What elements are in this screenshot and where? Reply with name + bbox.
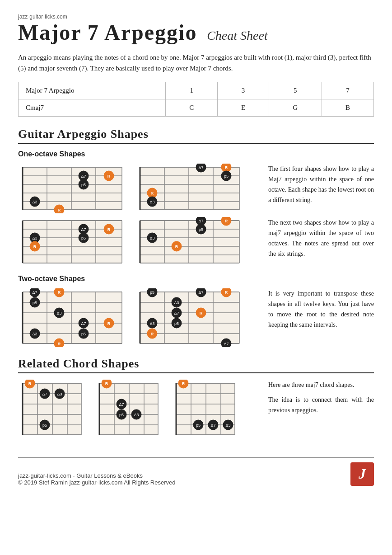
svg-text:R: R [33,245,37,249]
svg-text:R: R [58,208,61,212]
footer-text: jazz-guitar-licks.com - Guitar Lessons &… [18,472,175,486]
svg-text:R: R [225,290,228,295]
svg-text:Δ3: Δ3 [174,301,179,305]
shape-3: Δ3 Δ7 R p5 R [18,217,126,267]
table-header-0: Major 7 Arpeggio [19,82,166,99]
footer: jazz-guitar-licks.com - Guitar Lessons &… [18,457,374,486]
svg-text:p5: p5 [174,321,179,326]
shape-6: p5 Δ7 R Δ3 Δ7 R [135,288,244,347]
table-cell-2: E [218,99,269,116]
svg-text:Δ7: Δ7 [210,423,215,428]
svg-text:Δ7: Δ7 [42,392,47,396]
one-octave-text: The first four shapes show how to play a… [261,164,374,264]
svg-rect-150 [23,383,81,435]
shape-5: Δ7 R p5 Δ3 Δ7 R [18,288,126,347]
svg-text:Δ3: Δ3 [134,413,139,417]
shape-1: Δ3 Δ7 R p5 R [18,164,126,213]
guitar-shapes-title: Guitar Arpeggio Shapes [18,127,374,144]
svg-text:Δ3: Δ3 [149,200,154,204]
svg-text:Δ3: Δ3 [57,392,62,396]
shape-4: Δ7 R p5 Δ3 R [135,217,244,267]
svg-text:Δ7: Δ7 [224,342,229,346]
svg-text:R: R [28,381,32,386]
svg-text:p5: p5 [224,174,229,179]
svg-text:Δ7: Δ7 [198,219,203,223]
svg-text:p5: p5 [42,423,47,428]
svg-text:p5: p5 [81,332,86,336]
svg-text:p5: p5 [196,423,201,428]
svg-text:Δ3: Δ3 [225,423,230,428]
svg-text:Δ7: Δ7 [198,165,203,170]
intro-text: An arpeggio means playing the notes of a… [18,52,374,74]
table-header-row: Major 7 Arpeggio 1 3 5 7 [19,82,374,99]
svg-text:R: R [151,332,154,336]
svg-text:Δ3: Δ3 [56,311,61,315]
related-chords-text: Here are three maj7 chord shapes. The id… [261,380,374,420]
table-row: Cmaj7 C E G B [19,99,374,116]
svg-text:Δ7: Δ7 [119,402,124,407]
svg-text:R: R [107,174,111,179]
svg-text:p5: p5 [81,183,86,187]
table-cell-0: Cmaj7 [19,99,166,116]
related-chords-title: Related Chord Shapes [18,357,374,373]
svg-text:R: R [182,381,185,386]
svg-text:R: R [175,245,178,249]
svg-text:p5: p5 [33,301,37,305]
svg-text:Δ3: Δ3 [149,236,154,240]
shape-2: Δ7 R p5 R Δ3 [135,164,244,213]
chord-shape-3: R p5 Δ7 Δ3 [172,380,239,438]
table-header-4: 7 [322,82,373,99]
svg-rect-170 [99,383,158,435]
svg-text:p5: p5 [81,236,86,240]
svg-text:Δ3: Δ3 [149,321,154,326]
svg-text:Δ7: Δ7 [81,227,86,232]
svg-text:p5: p5 [150,290,154,295]
svg-text:R: R [107,227,111,232]
footer-logo: J [350,462,374,486]
two-octave-label: Two-octave Shapes [18,275,374,283]
chord-shapes-diagrams: R Δ7 Δ3 p5 [18,380,261,444]
chord-shape-1: R Δ7 Δ3 p5 [18,380,86,438]
two-octave-text: It is very important to transpose these … [261,288,374,334]
table-cell-1: C [166,99,218,116]
svg-text:R: R [225,219,228,223]
svg-text:Δ7: Δ7 [81,321,86,326]
svg-text:R: R [200,311,203,315]
svg-text:R: R [58,342,61,346]
cheat-sheet-label: Cheat Sheet [207,28,268,42]
table-cell-4: B [322,99,373,116]
table-cell-3: G [269,99,322,116]
svg-text:p5: p5 [199,227,203,232]
svg-text:Δ7: Δ7 [198,290,203,295]
svg-text:Δ7: Δ7 [174,311,179,315]
svg-text:Δ7: Δ7 [81,174,86,179]
related-chords-section: Related Chord Shapes [18,357,374,444]
one-octave-diagrams: Δ3 Δ7 R p5 R [18,164,261,270]
svg-text:R: R [105,381,108,386]
svg-text:Δ3: Δ3 [32,236,37,240]
site-url: jazz-guitar-licks.com [18,14,374,20]
svg-text:R: R [107,321,111,326]
one-octave-label: One-octave Shapes [18,150,374,158]
guitar-shapes-section: Guitar Arpeggio Shapes One-octave Shapes [18,127,374,351]
table-header-1: 1 [166,82,218,99]
svg-text:Δ3: Δ3 [32,332,37,336]
chord-shape-2: R Δ7 p5 Δ3 [95,380,163,438]
table-header-3: 5 [269,82,322,99]
svg-text:R: R [225,165,228,170]
main-title: Major 7 Arpeggio [18,20,197,44]
arpeggio-table: Major 7 Arpeggio 1 3 5 7 Cmaj7 C E G B [18,82,374,117]
svg-text:Δ7: Δ7 [32,290,37,295]
svg-text:p5: p5 [119,413,124,417]
svg-text:Δ3: Δ3 [32,200,37,204]
table-header-2: 3 [218,82,269,99]
svg-text:R: R [58,290,61,295]
two-octave-diagrams: Δ7 R p5 Δ3 Δ7 R [18,288,261,351]
svg-text:R: R [151,191,154,196]
